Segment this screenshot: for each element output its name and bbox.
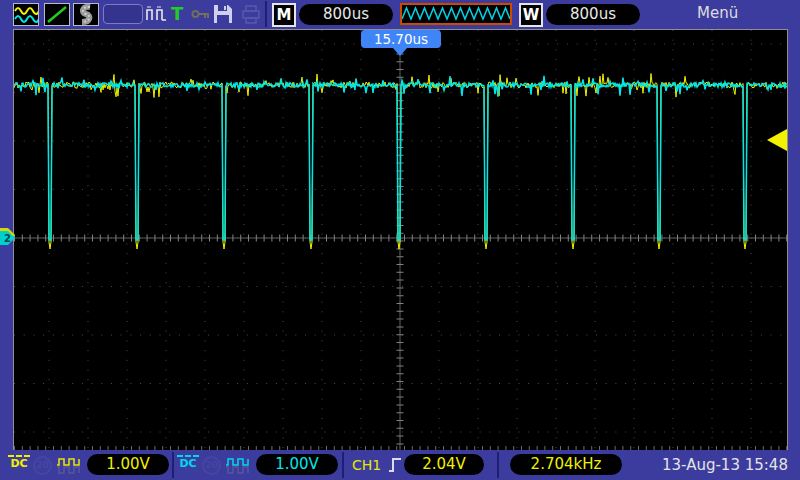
- ground-level-marker[interactable]: 2: [0, 227, 17, 252]
- ch1-coupling-icon: DC: [8, 455, 30, 470]
- top-bar: T M 800us: [0, 0, 800, 29]
- trigger-slope-icon: [388, 455, 402, 478]
- ch1-bandwidth-icon: 20: [33, 456, 52, 475]
- main-timebase-badge: M: [272, 3, 296, 27]
- window-timebase-value[interactable]: 800us: [546, 4, 640, 25]
- print-icon: [240, 4, 262, 28]
- trigger-t-icon: T: [171, 3, 183, 25]
- oscilloscope-screen: T M 800us: [0, 0, 800, 480]
- ch1-scale-value[interactable]: 1.00V: [87, 454, 169, 475]
- measure-line-icon: [44, 3, 70, 26]
- ch2-waveform-icon: [226, 457, 251, 478]
- channels-icon: [13, 3, 39, 26]
- frequency-counter-value: 2.704kHz: [510, 454, 622, 475]
- main-timebase-value[interactable]: 800us: [299, 4, 393, 25]
- ground-marker-channel-number: 2: [4, 233, 11, 244]
- key-icon: [191, 6, 211, 26]
- window-timebase-badge: W: [519, 3, 543, 27]
- status-bar: DC 20 1.00V DC 20 1.00V CH1: [0, 450, 800, 480]
- ch2-coupling-icon: DC: [177, 455, 199, 470]
- datetime-label: 13-Aug-13 15:48: [662, 455, 788, 475]
- save-icon: [212, 3, 234, 29]
- statusbar-divider-2: [342, 452, 344, 478]
- topbar-divider: [265, 1, 267, 27]
- trigger-position-pointer-icon: [393, 48, 407, 56]
- waveform-preview: [400, 3, 512, 25]
- waveform-plot: [14, 30, 787, 450]
- trigger-level-value[interactable]: 2.04V: [404, 454, 484, 475]
- trigger-level-marker-icon[interactable]: [767, 129, 787, 151]
- ch1-waveform-icon: [57, 457, 82, 478]
- statusbar-divider-3: [497, 452, 499, 478]
- readout-field-empty: [103, 4, 143, 24]
- ch2-bandwidth-icon: 20: [202, 456, 221, 475]
- statusbar-divider: [172, 452, 174, 478]
- trigger-source-label: CH1: [352, 455, 381, 475]
- trigger-position-label[interactable]: 15.70us: [361, 30, 441, 48]
- noise-snapshot-icon: [73, 3, 99, 26]
- menu-label[interactable]: Menü: [697, 4, 738, 22]
- waveform-display: [13, 29, 788, 451]
- pulse-icon: [146, 4, 168, 28]
- ch2-scale-value[interactable]: 1.00V: [256, 454, 338, 475]
